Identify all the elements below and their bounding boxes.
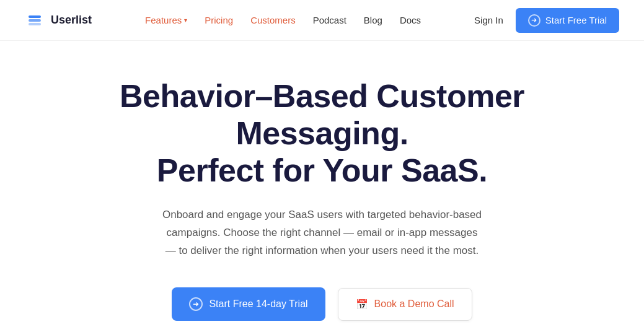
- nav-podcast[interactable]: Podcast: [313, 15, 346, 25]
- circle-arrow-icon: ➜: [528, 14, 540, 27]
- svg-rect-1: [29, 19, 41, 22]
- logo-text: Userlist: [51, 14, 92, 27]
- logo-icon: [25, 11, 45, 30]
- logo-area: Userlist: [25, 11, 92, 30]
- nav-docs[interactable]: Docs: [400, 15, 421, 25]
- header-start-trial-button[interactable]: ➜ Start Free Trial: [516, 8, 619, 33]
- circle-arrow-icon: ➜: [189, 297, 203, 311]
- start-trial-button[interactable]: ➜ Start Free 14-day Trial: [172, 287, 325, 321]
- chevron-down-icon: ▾: [184, 17, 187, 24]
- svg-rect-2: [29, 15, 41, 18]
- hero-title: Behavior–Based Customer Messaging. Perfe…: [81, 78, 564, 189]
- calendar-icon: 📅: [356, 299, 368, 310]
- nav-right: Sign In ➜ Start Free Trial: [474, 8, 619, 33]
- header: Userlist Features ▾ Pricing Customers Po…: [0, 0, 644, 41]
- hero-subtitle: Onboard and engage your SaaS users with …: [161, 206, 483, 260]
- book-demo-button[interactable]: 📅 Book a Demo Call: [338, 288, 472, 321]
- nav-pricing[interactable]: Pricing: [205, 15, 233, 25]
- hero-buttons: ➜ Start Free 14-day Trial 📅 Book a Demo …: [172, 287, 472, 321]
- hero-section: Behavior–Based Customer Messaging. Perfe…: [0, 41, 644, 327]
- sign-in-link[interactable]: Sign In: [474, 15, 503, 25]
- main-nav: Features ▾ Pricing Customers Podcast Blo…: [145, 15, 421, 25]
- svg-rect-0: [29, 23, 41, 25]
- nav-features[interactable]: Features ▾: [145, 15, 187, 25]
- nav-blog[interactable]: Blog: [364, 15, 382, 25]
- nav-customers[interactable]: Customers: [250, 15, 296, 25]
